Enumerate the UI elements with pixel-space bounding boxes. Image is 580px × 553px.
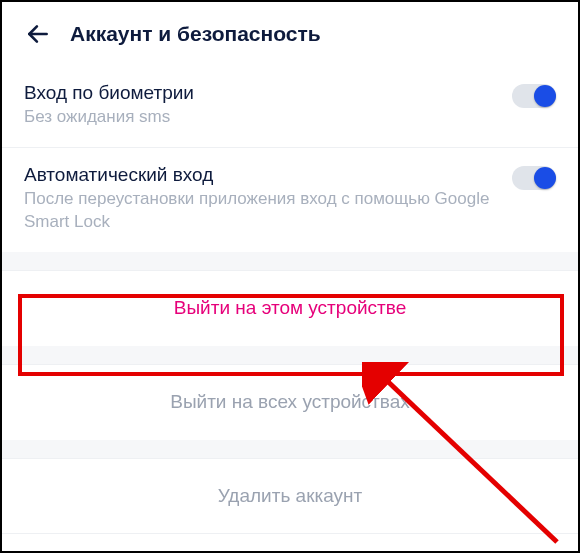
header: Аккаунт и безопасность (2, 2, 578, 66)
setting-autologin-title: Автоматический вход (24, 164, 496, 186)
section-divider (2, 252, 578, 270)
toggle-autologin[interactable] (512, 166, 556, 190)
toggle-biometric[interactable] (512, 84, 556, 108)
setting-autologin-desc: После переустановки приложения вход с по… (24, 188, 496, 234)
arrow-left-icon (25, 21, 51, 47)
toggle-knob-icon (534, 167, 556, 189)
toggle-knob-icon (534, 85, 556, 107)
setting-biometric-title: Вход по биометрии (24, 82, 496, 104)
setting-autologin: Автоматический вход После переустановки … (2, 148, 578, 252)
setting-biometric: Вход по биометрии Без ожидания sms (2, 66, 578, 148)
back-button[interactable] (24, 20, 52, 48)
setting-biometric-desc: Без ожидания sms (24, 106, 496, 129)
section-divider (2, 440, 578, 458)
delete-account-button[interactable]: Удалить аккаунт (2, 458, 578, 534)
page-title: Аккаунт и безопасность (70, 22, 321, 46)
logout-this-device-button[interactable]: Выйти на этом устройстве (2, 270, 578, 346)
setting-autologin-text: Автоматический вход После переустановки … (24, 164, 512, 234)
logout-all-devices-button[interactable]: Выйти на всех устройствах (2, 364, 578, 440)
setting-biometric-text: Вход по биометрии Без ожидания sms (24, 82, 512, 129)
section-divider (2, 346, 578, 364)
